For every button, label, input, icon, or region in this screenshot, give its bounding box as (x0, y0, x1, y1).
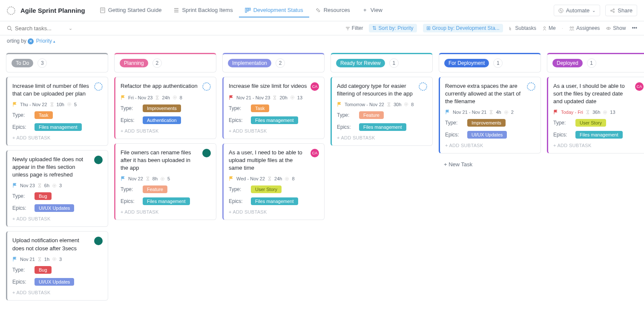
assignee-avatar[interactable] (94, 237, 103, 245)
subtasks-button[interactable]: Subtasks (509, 25, 536, 31)
type-field: Type: Bug (12, 192, 103, 200)
column-header[interactable]: Ready for Review 1 (331, 53, 433, 72)
column-header[interactable]: For Deployment 1 (439, 53, 541, 72)
priority-flag-icon[interactable] (445, 110, 450, 115)
epic-tag[interactable]: UI/UX Updates (467, 131, 507, 139)
priority-flag-icon[interactable] (12, 257, 17, 262)
task-card[interactable]: As a user, I need to be able to upload m… (222, 143, 325, 220)
due-date[interactable]: Nov 23 (20, 183, 35, 188)
due-date[interactable]: Nov 21 - Nov 23 (236, 95, 270, 100)
type-tag[interactable]: Task (34, 111, 53, 119)
priority-flag-icon[interactable] (229, 176, 234, 181)
column-header[interactable]: Planning 2 (114, 53, 216, 72)
epic-tag[interactable]: Authentication (143, 116, 181, 124)
show-button[interactable]: Show (606, 25, 626, 31)
assignee-avatar[interactable] (419, 82, 427, 91)
add-subtask-button[interactable]: + ADD SUBTASK (445, 143, 535, 148)
assignees-button[interactable]: Assignees (569, 25, 600, 31)
type-tag[interactable]: Improvements (467, 119, 506, 127)
due-date[interactable]: Nov 22 (128, 176, 143, 181)
filter-button[interactable]: Filter (345, 25, 363, 31)
assignee-avatar[interactable] (202, 82, 211, 91)
clear-sort-button[interactable]: ✕ (28, 38, 34, 44)
task-card[interactable]: Increase limit of number of files that c… (6, 77, 108, 146)
task-card[interactable]: Remove extra spaces the are currently al… (439, 77, 541, 154)
due-date[interactable]: Today - Fri (561, 110, 583, 115)
epic-tag[interactable]: UI/UX Updates (34, 278, 74, 286)
tab-sprint-backlog[interactable]: Sprint Backlog Items (167, 3, 239, 17)
tab-resources[interactable]: Resources (309, 3, 356, 17)
task-card[interactable]: Add category type for easier filtering o… (331, 77, 433, 146)
priority-flag-icon[interactable] (12, 102, 17, 107)
epic-tag[interactable]: Files management (251, 197, 298, 205)
type-tag[interactable]: User Story (575, 119, 606, 127)
chevron-down-icon[interactable]: ⌄ (69, 26, 72, 31)
add-subtask-button[interactable]: + ADD SUBTASK (229, 128, 319, 133)
add-subtask-button[interactable]: + ADD SUBTASK (121, 128, 211, 133)
sort-button[interactable]: ⇅ Sort by: Priority (369, 24, 417, 32)
due-date[interactable]: Nov 21 (20, 257, 35, 262)
group-button[interactable]: ⊞ Group by: Development Sta... (423, 24, 503, 32)
search-box[interactable]: ⌄ (7, 25, 92, 32)
new-task-button[interactable]: + New Task (439, 158, 541, 171)
tab-getting-started[interactable]: Getting Started Guide (94, 3, 168, 17)
assignee-avatar[interactable]: CA (310, 82, 319, 91)
type-tag[interactable]: Improvements (143, 104, 181, 112)
priority-flag-icon[interactable] (553, 110, 558, 115)
assignee-avatar[interactable] (527, 82, 535, 91)
task-card[interactable]: Increase file size limit for videos CA N… (222, 77, 325, 139)
task-card[interactable]: Refactor the app authentication Fri - No… (114, 77, 216, 139)
due-date[interactable]: Tomorrow - Nov 22 (345, 102, 384, 107)
add-subtask-button[interactable]: + ADD SUBTASK (337, 135, 427, 140)
epic-tag[interactable]: Files management (575, 131, 623, 139)
add-subtask-button[interactable]: + ADD SUBTASK (229, 209, 319, 214)
due-date[interactable]: Fri - Nov 23 (128, 95, 152, 100)
search-input[interactable] (15, 25, 66, 32)
task-card[interactable]: Newly uploaded file does not appear in t… (6, 150, 108, 227)
column-header[interactable]: To Do 3 (6, 53, 108, 72)
column-header[interactable]: Implementation 2 (222, 53, 325, 72)
assignee-avatar[interactable] (94, 82, 103, 91)
share-button[interactable]: Share (605, 5, 637, 16)
task-card[interactable]: File owners can rename files after it ha… (114, 143, 216, 220)
type-tag[interactable]: Bug (34, 192, 52, 200)
priority-flag-icon[interactable] (229, 95, 234, 100)
assignee-avatar[interactable]: CA (310, 149, 319, 157)
epic-tag[interactable]: UI/UX Updates (34, 204, 74, 212)
type-tag[interactable]: User Story (251, 185, 282, 193)
sort-label: Sort by: Priority (378, 25, 413, 31)
task-card[interactable]: Upload notification element does not clo… (6, 231, 108, 300)
type-tag[interactable]: Task (251, 104, 269, 112)
priority-flag-icon[interactable] (12, 183, 17, 188)
epic-tag[interactable]: Files management (359, 123, 406, 131)
type-tag[interactable]: Bug (34, 266, 52, 274)
epic-tag[interactable]: Files management (34, 123, 82, 131)
add-subtask-button[interactable]: + ADD SUBTASK (12, 216, 103, 221)
type-tag[interactable]: Feature (359, 111, 384, 119)
task-card[interactable]: As a user, I should be able to sort the … (547, 77, 644, 154)
tab-add-view[interactable]: + View (356, 3, 388, 17)
priority-flag-icon[interactable] (121, 95, 126, 100)
svg-point-36 (285, 177, 289, 180)
add-subtask-button[interactable]: + ADD SUBTASK (121, 209, 211, 214)
epic-tag[interactable]: Files management (251, 116, 298, 124)
column-header[interactable]: Deployed 1 (547, 53, 644, 72)
assignee-avatar[interactable] (202, 149, 211, 157)
automate-button[interactable]: Automate ⌄ (554, 5, 601, 16)
assignee-avatar[interactable] (94, 156, 103, 164)
priority-flag-icon[interactable] (121, 176, 126, 181)
due-date[interactable]: Wed - Nov 22 (236, 176, 265, 181)
priority-flag-icon[interactable] (337, 102, 342, 107)
epic-tag[interactable]: Files management (143, 197, 190, 205)
more-button[interactable]: ••• (632, 25, 637, 31)
due-date[interactable]: Nov 21 - Nov 21 (453, 110, 486, 115)
add-subtask-button[interactable]: + ADD SUBTASK (12, 290, 103, 295)
add-subtask-button[interactable]: + ADD SUBTASK (553, 143, 644, 148)
tab-development-status[interactable]: Development Status (239, 3, 309, 17)
me-button[interactable]: Me (542, 25, 556, 31)
assignee-avatar[interactable]: CA (635, 82, 644, 91)
due-date[interactable]: Thu - Nov 22 (20, 102, 47, 107)
add-subtask-button[interactable]: + ADD SUBTASK (12, 135, 103, 140)
sort-value[interactable]: Priority (36, 38, 52, 44)
type-tag[interactable]: Feature (143, 185, 167, 193)
